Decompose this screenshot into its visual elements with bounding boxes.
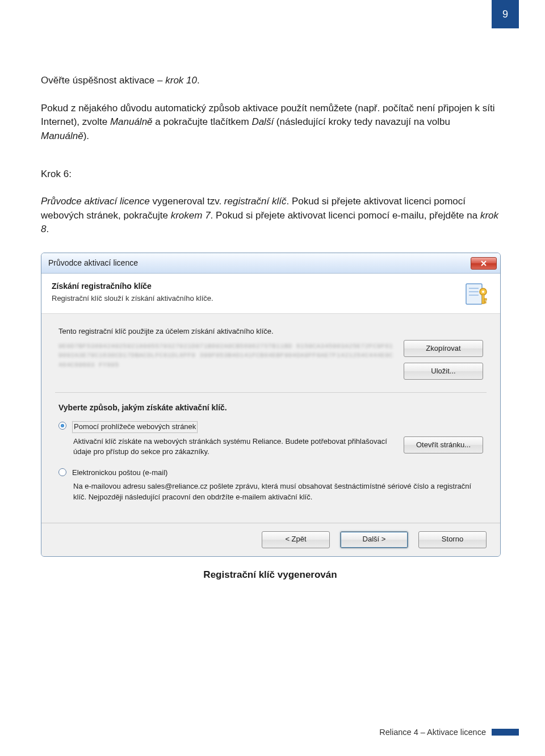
svg-point-5	[482, 291, 484, 293]
radio-icon	[58, 422, 66, 430]
dialog-title: Průvodce aktivací licence	[48, 257, 138, 268]
section-title: Vyberte způsob, jakým získáte aktivační …	[58, 402, 483, 413]
close-button[interactable]	[471, 257, 497, 270]
header-title: Získání registračního klíče	[52, 280, 457, 292]
option-web-desc: Aktivační klíč získáte na webových strán…	[73, 436, 396, 457]
svg-rect-0	[466, 284, 482, 304]
cancel-button[interactable]: Storno	[418, 531, 487, 548]
document-body: Ověřte úspěšnost aktivace – krok 10. Pok…	[0, 0, 545, 582]
figure-caption: Registrační klíč vygenerován	[41, 568, 500, 582]
radio-option-email[interactable]: Elektronickou poštou (e-mail)	[58, 468, 483, 478]
save-button[interactable]: Uložit...	[404, 363, 483, 380]
footer-text: Reliance 4 – Aktivace licence	[379, 728, 486, 737]
dialog-screenshot: Průvodce aktivací licence Získání regist…	[41, 253, 501, 557]
svg-rect-6	[482, 295, 484, 304]
paragraph-3: Průvodce aktivací licence vygeneroval tz…	[41, 195, 500, 237]
paragraph-2: Pokud z nějakého důvodu automatický způs…	[41, 102, 500, 144]
radio-option-web[interactable]: Pomocí prohlížeče webových stránek	[58, 421, 483, 433]
titlebar[interactable]: Průvodce aktivací licence	[41, 253, 500, 274]
document-key-icon	[464, 280, 491, 308]
radio-label: Elektronickou poštou (e-mail)	[72, 468, 167, 478]
dialog-header: Získání registračního klíče Registrační …	[41, 274, 500, 314]
registration-key: 9E0D7BF53894240259218005570327021D071B60…	[58, 342, 396, 370]
svg-rect-7	[484, 299, 487, 300]
step-heading: Krok 6:	[41, 167, 500, 182]
page-footer: Reliance 4 – Aktivace licence	[379, 728, 519, 737]
next-button[interactable]: Další >	[340, 531, 408, 548]
open-page-button[interactable]: Otevřít stránku...	[404, 436, 483, 453]
key-hint: Tento registrační klíč použijte za účele…	[58, 326, 396, 337]
wizard-button-bar: < Zpět Další > Storno	[41, 523, 500, 556]
copy-button[interactable]: Zkopírovat	[404, 340, 483, 357]
back-button[interactable]: < Zpět	[262, 531, 330, 548]
header-subtitle: Registrační klíč slouží k získání aktiva…	[52, 293, 457, 304]
svg-rect-8	[484, 301, 486, 303]
page-number: 9	[492, 0, 519, 28]
close-icon	[480, 260, 487, 267]
paragraph-1: Ověřte úspěšnost aktivace – krok 10.	[41, 74, 500, 88]
radio-icon	[58, 468, 66, 476]
divider	[55, 392, 487, 393]
footer-bar-icon	[492, 729, 519, 736]
option-email-desc: Na e-mailovou adresu sales@reliance.cz p…	[73, 481, 483, 502]
radio-label: Pomocí prohlížeče webových stránek	[72, 421, 198, 433]
